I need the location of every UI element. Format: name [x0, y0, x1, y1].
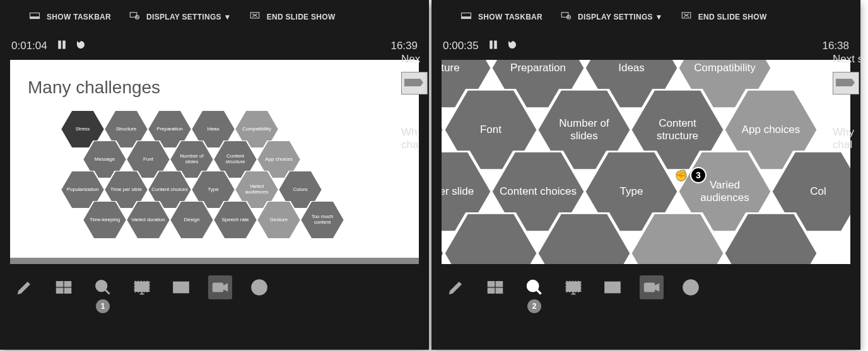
display-settings-button[interactable]: DISPLAY SETTINGS ▼	[129, 10, 232, 23]
hex-cell: Design	[170, 201, 214, 239]
subtitle-tool[interactable]	[169, 275, 193, 299]
svg-marker-65	[537, 213, 631, 265]
pen-tool[interactable]	[444, 275, 468, 299]
pen-tool[interactable]	[13, 275, 37, 299]
elapsed-time: 0:01:04	[11, 40, 47, 52]
svg-rect-5	[58, 41, 61, 49]
display-settings-button[interactable]: DISPLAY SETTINGS ▼	[560, 10, 663, 23]
subtitle-tool[interactable]	[601, 275, 625, 299]
see-all-slides-tool[interactable]	[483, 275, 507, 299]
timer-row: 0:00:35 16:38	[431, 30, 860, 57]
hex-cell: Too much content	[300, 201, 344, 239]
end-show-icon	[681, 10, 692, 23]
display-settings-icon	[560, 10, 572, 23]
display-settings-label: DISPLAY SETTINGS ▼	[146, 13, 232, 21]
slide-title: Many challenges	[28, 78, 160, 98]
svg-rect-34	[134, 282, 149, 292]
top-toolbar: SHOW TASKBAR DISPLAY SETTINGS ▼ END SLID…	[431, 0, 860, 30]
zoomed-slide[interactable]: ucturePreparationIdeasCompatibilityFontN…	[442, 60, 850, 264]
callout-badge-1: 1	[96, 299, 110, 313]
svg-rect-43	[462, 17, 471, 19]
next-slide-column: Nex Wh cha	[401, 53, 431, 152]
svg-rect-30	[64, 282, 71, 287]
elapsed-time: 0:00:35	[443, 40, 479, 52]
restart-button[interactable]	[508, 40, 517, 52]
svg-rect-32	[64, 288, 71, 293]
restart-button[interactable]	[76, 40, 85, 52]
next-label: Nex	[401, 53, 431, 66]
next-slide-title-line1: Wh	[401, 126, 431, 139]
show-taskbar-button[interactable]: SHOW TASKBAR	[29, 10, 111, 23]
hex-cell	[537, 212, 631, 264]
svg-rect-29	[56, 282, 63, 287]
presenter-panel-left: SHOW TASKBAR DISPLAY SETTINGS ▼ END SLID…	[0, 0, 429, 350]
hex-cell: Varied duration	[126, 201, 170, 239]
svg-marker-64	[443, 213, 538, 265]
pause-button[interactable]	[489, 40, 498, 52]
end-slideshow-label: END SLIDE SHOW	[698, 13, 767, 21]
next-label: Next s	[833, 53, 863, 66]
display-settings-label: DISPLAY SETTINGS ▼	[578, 13, 663, 21]
svg-rect-48	[494, 41, 496, 49]
svg-rect-47	[490, 41, 492, 49]
end-slideshow-label: END SLIDE SHOW	[267, 13, 336, 21]
svg-rect-73	[566, 282, 580, 292]
end-show-icon	[249, 10, 261, 23]
presenter-panel-right: SHOW TASKBAR DISPLAY SETTINGS ▼ END SLID…	[431, 0, 860, 350]
svg-point-79	[689, 286, 692, 289]
svg-rect-70	[488, 288, 495, 293]
taskbar-icon	[460, 10, 472, 23]
next-slide-thumb[interactable]	[401, 72, 428, 95]
svg-point-80	[693, 286, 696, 289]
svg-point-39	[254, 286, 257, 289]
svg-rect-35	[173, 282, 188, 292]
hex-cell	[443, 212, 538, 264]
slide-footer-bar	[10, 258, 419, 264]
camera-tool[interactable]	[208, 275, 232, 299]
tool-row: 1	[0, 264, 429, 302]
pause-button[interactable]	[57, 40, 66, 52]
show-taskbar-label: SHOW TASKBAR	[47, 13, 111, 21]
svg-rect-69	[496, 282, 503, 287]
svg-point-40	[258, 286, 261, 289]
svg-rect-68	[488, 282, 495, 287]
see-all-slides-tool[interactable]	[52, 275, 76, 299]
clock-time: 16:39	[390, 40, 418, 52]
svg-marker-67	[724, 213, 818, 265]
current-slide: Many challenges StressStructurePreparati…	[10, 60, 419, 264]
svg-rect-31	[56, 288, 63, 293]
svg-rect-71	[496, 288, 503, 293]
zoom-tool[interactable]: 2	[522, 275, 546, 299]
svg-rect-6	[62, 41, 65, 49]
more-tools[interactable]	[247, 275, 271, 299]
hex-cell	[630, 212, 725, 264]
svg-marker-66	[630, 213, 725, 265]
svg-point-33	[97, 281, 107, 291]
callout-badge-2: 2	[527, 299, 541, 313]
svg-rect-37	[213, 283, 223, 292]
tool-row: 2	[431, 264, 860, 302]
hex-cell: Speech rate	[213, 201, 257, 239]
hex-cell: Time-keeping	[83, 201, 127, 239]
svg-rect-1	[30, 17, 40, 19]
show-taskbar-button[interactable]: SHOW TASKBAR	[460, 10, 542, 23]
timer-row: 0:01:04 16:39	[0, 30, 429, 57]
top-toolbar: SHOW TASKBAR DISPLAY SETTINGS ▼ END SLID…	[0, 0, 429, 30]
next-slide-thumb[interactable]	[833, 72, 859, 95]
svg-rect-75	[607, 288, 618, 291]
svg-rect-36	[176, 288, 186, 291]
svg-rect-76	[644, 283, 654, 292]
svg-point-78	[686, 286, 688, 289]
end-slideshow-button[interactable]: END SLIDE SHOW	[249, 10, 336, 23]
black-screen-tool[interactable]	[561, 275, 585, 299]
zoom-tool[interactable]: 1	[91, 275, 115, 299]
taskbar-icon	[29, 10, 40, 23]
next-slide-title-line2: chal	[833, 139, 863, 151]
next-slide-column: Next s Why chal	[833, 53, 863, 152]
hex-cell	[724, 212, 818, 264]
camera-tool[interactable]	[640, 275, 664, 299]
black-screen-tool[interactable]	[130, 275, 154, 299]
clock-time: 16:38	[822, 40, 849, 52]
more-tools[interactable]	[679, 275, 703, 299]
end-slideshow-button[interactable]: END SLIDE SHOW	[681, 10, 767, 23]
